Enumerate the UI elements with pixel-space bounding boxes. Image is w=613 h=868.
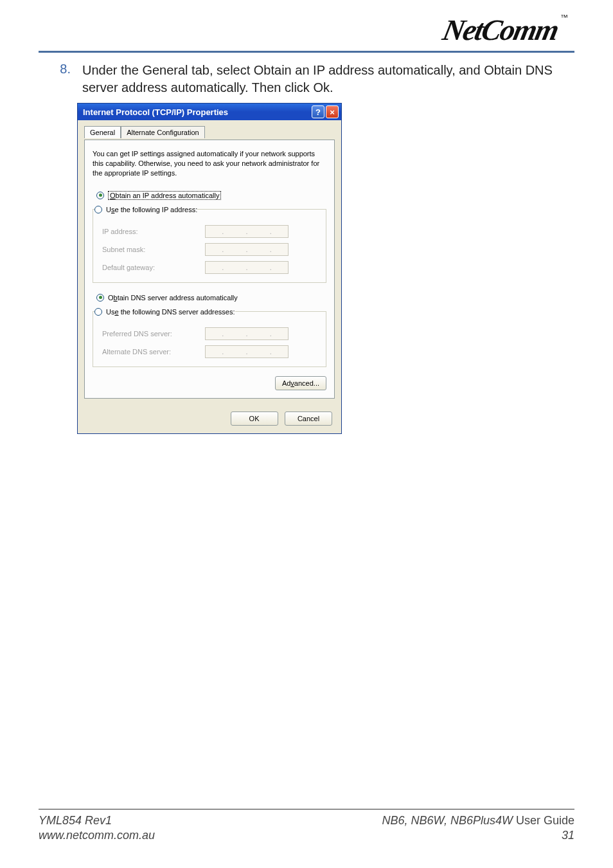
- brand-name: NetComm: [440, 13, 562, 47]
- radio-use-dns-label: Use the following DNS server addresses:: [106, 308, 235, 316]
- dialog-footer: OK Cancel: [78, 405, 341, 433]
- brand-logo: NetComm™: [39, 13, 574, 47]
- ip-address-input: ...: [205, 225, 289, 238]
- tab-panel-general: You can get IP settings assigned automat…: [84, 140, 335, 399]
- preferred-dns-label: Preferred DNS server:: [102, 330, 205, 338]
- footer-page-number: 31: [382, 828, 574, 843]
- dialog-title: Internet Protocol (TCP/IP) Properties: [83, 107, 228, 117]
- radio-use-ip[interactable]: Use the following IP address:: [94, 204, 197, 215]
- ip-address-group: Use the following IP address: IP address…: [93, 204, 326, 283]
- footer-guide-title: NB6, NB6W, NB6Plus4W User Guide: [382, 813, 574, 828]
- radio-obtain-dns-label: Obtain DNS server address automatically: [108, 294, 238, 302]
- radio-icon: [96, 192, 104, 199]
- footer-revision: YML854 Rev1: [39, 813, 155, 828]
- field-subnet-mask: Subnet mask: ...: [102, 242, 319, 257]
- cancel-button[interactable]: Cancel: [285, 411, 332, 426]
- field-ip-address: IP address: ...: [102, 224, 319, 239]
- subnet-mask-label: Subnet mask:: [102, 246, 205, 253]
- default-gateway-input: ...: [205, 261, 289, 274]
- preferred-dns-input: ...: [205, 327, 289, 340]
- radio-use-dns[interactable]: Use the following DNS server addresses:: [94, 306, 235, 318]
- page-footer: YML854 Rev1 www.netcomm.com.au NB6, NB6W…: [39, 809, 574, 842]
- radio-use-ip-label: Use the following IP address:: [106, 206, 197, 213]
- intro-text: You can get IP settings assigned automat…: [93, 149, 326, 178]
- alternate-dns-input: ...: [205, 345, 289, 358]
- field-default-gateway: Default gateway: ...: [102, 260, 319, 275]
- step-text: Under the General tab, select Obtain an …: [82, 62, 574, 96]
- default-gateway-label: Default gateway:: [102, 264, 205, 271]
- step-number: 8.: [58, 62, 71, 96]
- titlebar: Internet Protocol (TCP/IP) Properties ? …: [78, 104, 341, 120]
- tm-mark: ™: [560, 13, 568, 22]
- dns-group: Use the following DNS server addresses: …: [93, 306, 326, 367]
- tab-strip: GeneralAlternate Configuration: [84, 125, 335, 140]
- radio-obtain-ip-label: Obtain an IP address automatically: [108, 191, 221, 200]
- radio-obtain-dns[interactable]: Obtain DNS server address automatically: [96, 292, 326, 303]
- subnet-mask-input: ...: [205, 243, 289, 256]
- advanced-button[interactable]: Advanced...: [275, 376, 326, 390]
- footer-left: YML854 Rev1 www.netcomm.com.au: [39, 813, 155, 842]
- help-icon[interactable]: ?: [312, 105, 324, 118]
- field-preferred-dns: Preferred DNS server: ...: [102, 327, 319, 341]
- tcpip-properties-dialog: Internet Protocol (TCP/IP) Properties ? …: [77, 103, 342, 434]
- tab-alternate-configuration[interactable]: Alternate Configuration: [121, 126, 205, 138]
- instruction-step: 8. Under the General tab, select Obtain …: [39, 62, 574, 96]
- alternate-dns-label: Alternate DNS server:: [102, 348, 205, 356]
- footer-right: NB6, NB6W, NB6Plus4W User Guide 31: [382, 813, 574, 842]
- footer-divider: [39, 809, 574, 809]
- ok-button[interactable]: OK: [231, 411, 278, 426]
- header-divider: [39, 51, 574, 53]
- radio-icon: [96, 294, 104, 302]
- radio-icon: [94, 206, 102, 213]
- ip-address-label: IP address:: [102, 228, 205, 235]
- radio-icon: [94, 308, 102, 316]
- close-icon[interactable]: ×: [326, 105, 339, 118]
- radio-obtain-ip[interactable]: Obtain an IP address automatically: [96, 190, 326, 201]
- field-alternate-dns: Alternate DNS server: ...: [102, 345, 319, 359]
- footer-url: www.netcomm.com.au: [39, 828, 155, 843]
- tab-general[interactable]: General: [84, 126, 121, 138]
